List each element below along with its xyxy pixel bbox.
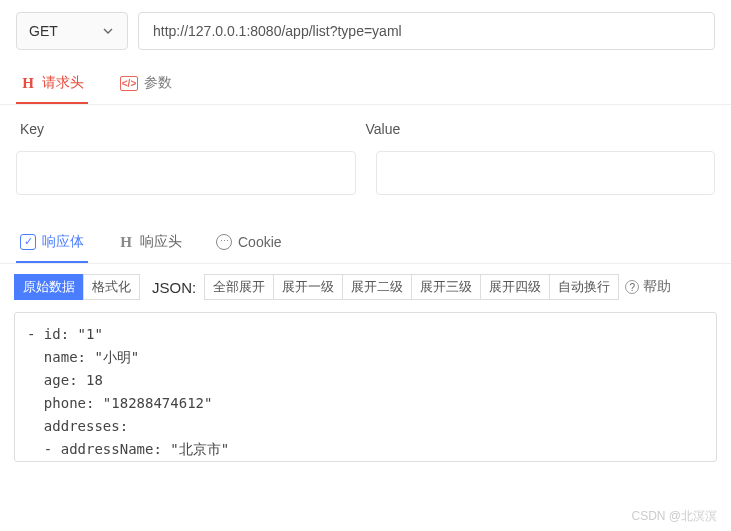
tab-label: 请求头 <box>42 74 84 92</box>
help-button[interactable]: ? 帮助 <box>625 278 671 296</box>
tab-response-cookie[interactable]: Cookie <box>212 227 286 263</box>
response-body-content[interactable]: - id: "1" name: "小明" age: 18 phone: "182… <box>14 312 717 462</box>
json-label: JSON: <box>152 279 196 296</box>
url-value: http://127.0.0.1:8080/app/list?type=yaml <box>153 23 402 39</box>
kv-value-label: Value <box>366 121 712 137</box>
tab-request-params[interactable]: </> 参数 <box>116 68 176 104</box>
view-mode-group: 原始数据 格式化 <box>14 274 140 300</box>
kv-value-input[interactable] <box>376 151 716 195</box>
body-icon <box>20 234 36 250</box>
response-tabs: 响应体 H 响应头 Cookie <box>0 219 731 264</box>
kv-input-row <box>0 151 731 219</box>
wrap-button[interactable]: 自动换行 <box>549 274 619 300</box>
expand-group: 全部展开 展开一级 展开二级 展开三级 展开四级 自动换行 <box>204 274 619 300</box>
kv-key-label: Key <box>20 121 366 137</box>
expand-3-button[interactable]: 展开三级 <box>411 274 481 300</box>
kv-header-row: Key Value <box>0 105 731 151</box>
raw-button[interactable]: 原始数据 <box>14 274 84 300</box>
watermark: CSDN @北溟溟 <box>631 508 717 525</box>
tab-label: 响应体 <box>42 233 84 251</box>
params-icon: </> <box>120 76 138 91</box>
http-method-value: GET <box>29 23 58 39</box>
expand-4-button[interactable]: 展开四级 <box>480 274 550 300</box>
tab-label: Cookie <box>238 234 282 250</box>
help-icon: ? <box>625 280 639 294</box>
help-label: 帮助 <box>643 278 671 296</box>
header-icon: H <box>118 234 134 250</box>
tab-response-body[interactable]: 响应体 <box>16 227 88 263</box>
http-method-select[interactable]: GET <box>16 12 128 50</box>
tab-label: 响应头 <box>140 233 182 251</box>
request-tabs: H 请求头 </> 参数 <box>0 58 731 105</box>
url-input[interactable]: http://127.0.0.1:8080/app/list?type=yaml <box>138 12 715 50</box>
format-button[interactable]: 格式化 <box>83 274 140 300</box>
expand-all-button[interactable]: 全部展开 <box>204 274 274 300</box>
expand-2-button[interactable]: 展开二级 <box>342 274 412 300</box>
tab-label: 参数 <box>144 74 172 92</box>
chevron-down-icon <box>103 25 115 37</box>
tab-response-headers[interactable]: H 响应头 <box>114 227 186 263</box>
kv-key-input[interactable] <box>16 151 356 195</box>
tab-request-headers[interactable]: H 请求头 <box>16 68 88 104</box>
json-toolbar: 原始数据 格式化 JSON: 全部展开 展开一级 展开二级 展开三级 展开四级 … <box>0 264 731 308</box>
expand-1-button[interactable]: 展开一级 <box>273 274 343 300</box>
header-icon: H <box>20 75 36 91</box>
cookie-icon <box>216 234 232 250</box>
